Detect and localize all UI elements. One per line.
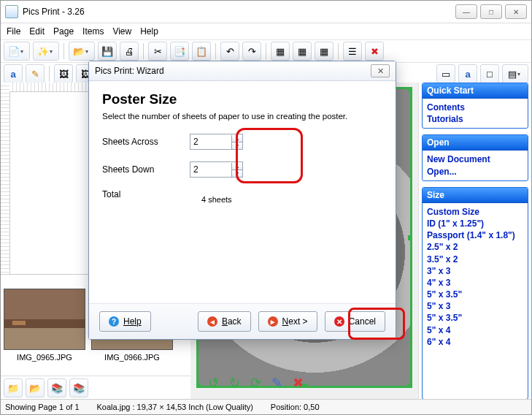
folder-icon: 📂: [29, 383, 41, 394]
copy-button[interactable]: 📑: [170, 42, 189, 61]
page-a2-button[interactable]: a: [458, 64, 477, 83]
sidebar-link-contents[interactable]: Contents: [427, 102, 523, 113]
statusbar: Showing Page 1 of 1 Koala.jpg : 19,37 × …: [1, 399, 531, 414]
help-icon: ?: [109, 316, 119, 327]
sidebar-size-option[interactable]: Passport (1.4" x 1.8"): [427, 229, 523, 241]
open-button[interactable]: 📂▾: [69, 42, 95, 61]
minimize-button[interactable]: —: [455, 4, 477, 19]
separator: [215, 43, 216, 59]
cut-button[interactable]: ✂: [148, 42, 167, 61]
thumbnail[interactable]: IMG_0965.JPG: [4, 289, 85, 362]
spinner-down-icon[interactable]: ▼: [232, 142, 242, 149]
remove-icon[interactable]: ✖: [293, 375, 304, 391]
next-button[interactable]: ► Next >: [258, 311, 317, 332]
maximize-button[interactable]: □: [480, 4, 502, 19]
sidebar-size-option[interactable]: 3.5" x 2: [427, 254, 523, 265]
print-button[interactable]: 🖨: [120, 42, 139, 61]
layout1-button[interactable]: ▦: [271, 42, 290, 61]
delete-icon: ✖: [371, 46, 379, 57]
print-icon: 🖨: [125, 46, 134, 57]
sheets-down-spinner[interactable]: ▲▼: [190, 161, 243, 178]
close-button[interactable]: ✕: [505, 4, 527, 19]
menu-page[interactable]: Page: [53, 26, 74, 37]
sidebar-size-option[interactable]: 5" x 3.5": [427, 289, 523, 300]
new-icon: 📄: [8, 46, 20, 57]
sidebar-link-tutorials[interactable]: Tutorials: [427, 113, 523, 125]
sidebar-link-open[interactable]: Open...: [427, 166, 523, 178]
sheets-across-input[interactable]: [190, 135, 231, 148]
delete-button[interactable]: ✖: [365, 42, 384, 61]
select-tool[interactable]: ▭: [436, 64, 455, 83]
grid-icon: ▦: [298, 46, 307, 57]
menu-help[interactable]: Help: [140, 26, 158, 37]
thumbnail-toolbar: 📁 📂 📚 📚: [1, 376, 190, 400]
sidebar-size-option[interactable]: 5" x 4: [427, 324, 523, 336]
layout2-button[interactable]: ▦: [293, 42, 312, 61]
wizard-titlebar[interactable]: Pics Print: Wizard ✕: [89, 61, 396, 81]
more-tools-button[interactable]: ▤▾: [502, 64, 528, 83]
img-tool-1[interactable]: 🖼: [54, 64, 73, 83]
spinner-up-icon[interactable]: ▲: [232, 135, 242, 142]
sidebar-size-option[interactable]: 4" x 3: [427, 277, 523, 289]
sidebar-link-new-document[interactable]: New Document: [427, 153, 523, 165]
redo-icon: ↷: [248, 46, 256, 57]
folder-button[interactable]: 📂: [26, 378, 45, 397]
folder-open-icon: 📂: [73, 46, 85, 57]
layout3-button[interactable]: ▦: [315, 42, 334, 61]
new-doc-button[interactable]: 📄▾: [4, 42, 30, 61]
sidebar-size-option[interactable]: ID (1" x 1.25"): [427, 218, 523, 229]
wizard-description: Select the number of sheets of paper to …: [102, 112, 382, 121]
folder-stack2-button[interactable]: 📚: [69, 378, 88, 397]
resize-handle[interactable]: [408, 235, 412, 240]
edit-icon[interactable]: ✎: [271, 375, 282, 391]
undo-button[interactable]: ↶: [220, 42, 239, 61]
wizard-heading: Poster Size: [102, 91, 382, 107]
folder-up-button[interactable]: 📁: [4, 378, 23, 397]
rotate-left-icon[interactable]: ↺: [208, 375, 219, 391]
sidebar-size-option[interactable]: Custom Size: [427, 206, 523, 218]
sidebar-size-option[interactable]: 3" x 3: [427, 265, 523, 277]
thumbnail-caption: IMG_0965.JPG: [17, 353, 72, 362]
refresh-icon[interactable]: ⟳: [250, 375, 261, 391]
menu-view[interactable]: View: [112, 26, 131, 37]
box-icon: □: [487, 69, 493, 80]
box-tool[interactable]: □: [480, 64, 499, 83]
sidebar-size-option[interactable]: 5" x 3.5": [427, 312, 523, 324]
separator: [338, 43, 339, 59]
toolbar-main: 📄▾ ✨▾ 📂▾ 💾 🖨 ✂ 📑 📋 ↶ ↷ ▦ ▦ ▦ ☰ ✖: [1, 39, 531, 62]
menu-edit[interactable]: Edit: [29, 26, 45, 37]
sidebar-size-option[interactable]: 6" x 4: [427, 336, 523, 348]
row-sheets-across: Sheets Across ▲▼: [102, 134, 382, 150]
folder-stack-button[interactable]: 📚: [47, 378, 66, 397]
save-button[interactable]: 💾: [98, 42, 117, 61]
sidebar-size-option[interactable]: 5" x 3: [427, 300, 523, 312]
edit-pencil-button[interactable]: ✎: [26, 64, 45, 83]
spinner-up-icon[interactable]: ▲: [232, 163, 242, 170]
sidebar-card-open: Open New Document Open...: [422, 134, 528, 180]
resize-handle[interactable]: [408, 87, 412, 91]
resize-handle[interactable]: [408, 384, 412, 388]
redo-button[interactable]: ↷: [242, 42, 261, 61]
sidebar-card-title: Size: [423, 188, 528, 203]
paste-button[interactable]: 📋: [192, 42, 211, 61]
undo-icon: ↶: [226, 46, 234, 57]
save-icon: 💾: [101, 46, 113, 57]
menu-file[interactable]: File: [7, 26, 20, 37]
back-button[interactable]: ◄ Back: [198, 311, 251, 332]
cancel-button[interactable]: ✕ Cancel: [325, 311, 385, 332]
props-button[interactable]: ☰: [343, 42, 362, 61]
sidebar-size-option[interactable]: 2.5" x 2: [427, 241, 523, 253]
sheets-across-spinner[interactable]: ▲▼: [190, 134, 243, 150]
rotate-right-icon[interactable]: ↻: [229, 375, 240, 391]
next-label: Next >: [282, 316, 308, 327]
menu-items[interactable]: Items: [82, 26, 104, 37]
sheets-down-input[interactable]: [190, 163, 231, 176]
status-file-info: Koala.jpg : 19,37 × 14,53 Inch (Low Qual…: [97, 403, 253, 411]
help-button[interactable]: ? Help: [99, 311, 151, 332]
wizard-body: Poster Size Select the number of sheets …: [89, 81, 396, 303]
resize-handle[interactable]: [196, 384, 201, 388]
spinner-down-icon[interactable]: ▼: [232, 170, 242, 177]
wizard-close-button[interactable]: ✕: [371, 64, 390, 77]
page-a-button[interactable]: a: [4, 64, 23, 83]
wizard-button[interactable]: ✨▾: [33, 42, 59, 61]
